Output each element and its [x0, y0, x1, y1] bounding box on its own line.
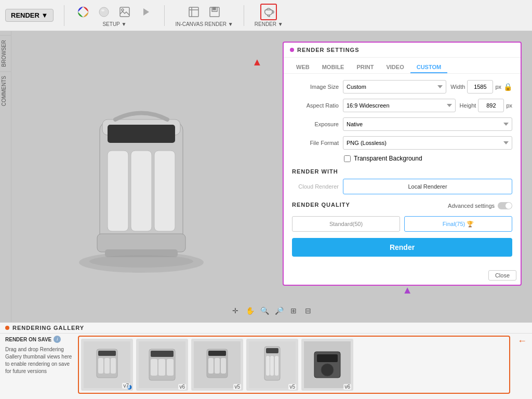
zoom-tool[interactable]: 🔍 [258, 304, 271, 317]
transparent-bg-label: Transparent Background [354, 155, 422, 162]
svg-rect-28 [158, 359, 165, 376]
zoom-out-tool[interactable]: 🔎 [273, 304, 285, 317]
aspect-ratio-select[interactable]: 16:9 Widescreen [343, 99, 456, 112]
svg-rect-26 [151, 351, 174, 357]
grid-tool[interactable]: ⊞ [287, 304, 300, 317]
svg-rect-29 [167, 359, 174, 376]
tab-print[interactable]: PRINT [350, 62, 380, 73]
svg-rect-3 [120, 7, 129, 17]
svg-rect-21 [98, 358, 103, 374]
gallery-label-5: v6 [343, 384, 351, 390]
separator-3 [244, 5, 244, 26]
in-canvas-render-group: IN-CANVAS RENDER ▼ [175, 4, 233, 27]
svg-rect-12 [108, 151, 128, 231]
transparent-bg-row: Transparent Background [292, 155, 512, 162]
svg-point-4 [122, 9, 124, 11]
sidebar-browser-tab[interactable]: BROWSER [0, 35, 11, 71]
svg-rect-23 [111, 358, 116, 374]
height-input[interactable] [478, 99, 504, 112]
svg-rect-41 [275, 356, 278, 376]
width-label: Width [450, 84, 465, 90]
svg-rect-39 [266, 356, 270, 376]
setup-group: SETUP ▼ [75, 4, 154, 27]
play-icon[interactable] [137, 4, 154, 20]
render-action-button[interactable]: Render [292, 238, 512, 257]
panel-header: RENDER SETTINGS [284, 43, 521, 58]
render-quality-section: RENDER QUALITY Advanced settings Standar… [292, 200, 512, 232]
svg-rect-5 [189, 7, 198, 17]
image-icon[interactable] [116, 4, 133, 20]
product-image [43, 42, 240, 296]
advanced-settings-toggle[interactable] [498, 202, 512, 209]
color-wheel-icon[interactable] [75, 4, 91, 20]
exposure-select[interactable]: Native [343, 117, 512, 131]
hand-tool[interactable]: ✋ [244, 304, 256, 317]
image-size-label: Image Size [292, 84, 339, 90]
svg-rect-33 [208, 358, 214, 374]
move-tool[interactable]: ✛ [229, 304, 242, 317]
svg-rect-13 [131, 151, 152, 231]
panel-footer: Close [284, 268, 521, 285]
render-on-save-text: Drag and drop Rendering Gallery thumbnai… [5, 346, 73, 375]
svg-rect-34 [215, 358, 220, 374]
lock-icon[interactable]: 🔒 [503, 83, 512, 91]
render-with-label: RENDER WITH [292, 168, 512, 175]
file-format-select[interactable]: PNG (Lossless) [343, 136, 512, 150]
layers-tool[interactable]: ⊟ [302, 304, 314, 317]
height-px: px [506, 102, 512, 109]
gallery-label-3: v5 [233, 384, 241, 390]
svg-rect-15 [97, 234, 185, 252]
red-arrow-indicator: ▲ [252, 56, 262, 68]
gallery-item-5[interactable]: v6 [301, 339, 353, 391]
info-icon[interactable]: i [54, 336, 61, 343]
file-format-label: File Format [292, 140, 339, 146]
separator-1 [64, 5, 64, 26]
close-button[interactable]: Close [488, 270, 516, 281]
render-sphere-icon[interactable] [96, 4, 112, 20]
gallery-header: RENDERING GALLERY [0, 323, 532, 334]
image-size-select[interactable]: Custom [343, 80, 446, 94]
tab-custom[interactable]: CUSTOM [410, 62, 447, 73]
canvas-render-icon[interactable] [185, 4, 202, 20]
svg-rect-7 [213, 7, 216, 10]
svg-rect-38 [266, 348, 278, 353]
gallery-dot [5, 326, 9, 330]
gallery-item-4[interactable]: v5 [246, 339, 298, 391]
tab-video[interactable]: VIDEO [380, 62, 410, 73]
panel-title: RENDER SETTINGS [297, 47, 360, 53]
svg-rect-22 [104, 358, 110, 374]
main-area: BROWSER COMMENTS ▲ [0, 31, 532, 322]
quality-header: RENDER QUALITY Advanced settings [292, 200, 512, 212]
render-group-label: RENDER ▼ [255, 21, 283, 27]
aspect-ratio-row: Aspect Ratio 16:9 Widescreen Height px [292, 99, 512, 112]
svg-rect-40 [270, 356, 274, 376]
save-icon[interactable] [206, 4, 223, 20]
bottom-canvas-toolbar: ✛ ✋ 🔍 🔎 ⊞ ⊟ [229, 304, 314, 317]
render-menu-button[interactable]: RENDER ▼ [5, 9, 54, 22]
panel-body: Image Size Custom Width px 🔒 Aspect Rati… [284, 74, 521, 268]
width-input[interactable] [467, 80, 493, 94]
sidebar-comments-tab[interactable]: COMMENTS [0, 71, 11, 110]
panel-dot [290, 48, 294, 52]
quality-buttons: Standard(50) Final(75) 🏆 [292, 216, 512, 232]
svg-point-45 [321, 364, 334, 376]
tab-web[interactable]: WEB [290, 62, 316, 73]
standard-quality-btn[interactable]: Standard(50) [292, 216, 400, 232]
exposure-label: Exposure [292, 121, 339, 127]
teapot-icon[interactable] [260, 4, 277, 20]
gallery-item-2[interactable]: v6 [136, 339, 188, 391]
gallery-item-1[interactable]: v7 🔵 [81, 339, 133, 391]
tab-mobile[interactable]: MOBILE [316, 62, 351, 73]
gallery-label-1: v7 [122, 383, 130, 389]
render-on-save-title: RENDER ON SAVE [5, 337, 51, 342]
gallery-item-3[interactable]: v5 [191, 339, 243, 391]
local-renderer-btn[interactable]: Local Renderer [343, 179, 512, 194]
final-quality-btn[interactable]: Final(75) 🏆 [404, 216, 512, 232]
transparent-bg-checkbox[interactable] [344, 155, 351, 162]
render-group: RENDER ▼ [255, 4, 283, 27]
height-label: Height [460, 102, 476, 109]
exposure-row: Exposure Native [292, 117, 512, 131]
left-sidebar: BROWSER COMMENTS [0, 31, 11, 322]
svg-point-1 [99, 7, 109, 17]
svg-point-17 [89, 255, 193, 268]
